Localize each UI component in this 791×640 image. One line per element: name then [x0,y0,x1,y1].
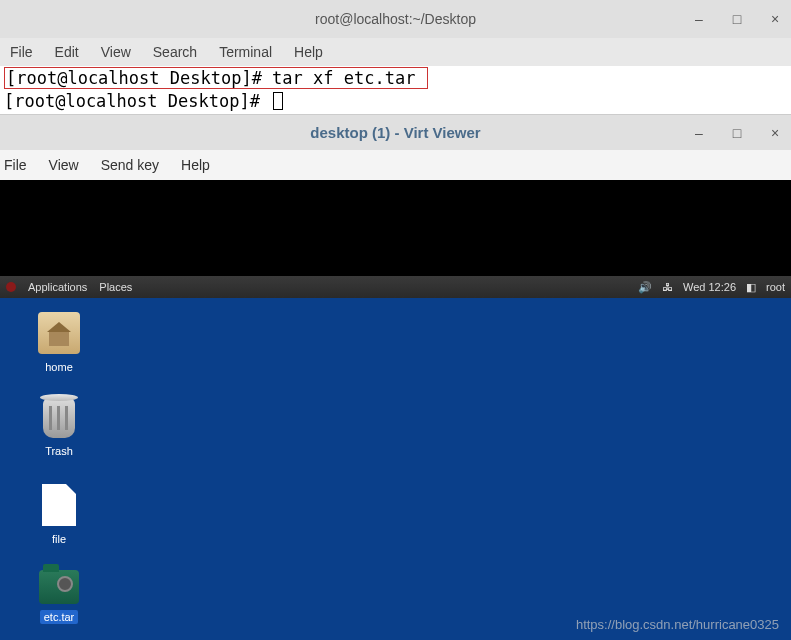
sound-icon[interactable]: 🔊 [638,281,652,294]
virtviewer-title-bar: desktop (1) - Virt Viewer – □ × [0,114,791,150]
virtviewer-menu-bar: File View Send key Help [0,150,791,180]
redhat-icon [6,282,16,292]
vm-black-area [0,180,791,276]
terminal-close-button[interactable]: × [767,11,783,27]
panel-applications[interactable]: Applications [28,281,87,293]
terminal-cursor [273,92,283,110]
virtviewer-menu-help[interactable]: Help [181,157,210,173]
trash-icon [43,398,75,438]
terminal-menu-view[interactable]: View [101,44,131,60]
user-icon: ◧ [746,281,756,294]
desktop-icon-home[interactable]: home [24,312,94,374]
terminal-menu-file[interactable]: File [10,44,33,60]
panel-user[interactable]: root [766,281,785,293]
terminal-menu-terminal[interactable]: Terminal [219,44,272,60]
term-line2-prompt: [root@localhost Desktop]# [4,91,270,111]
term-line1-prompt: [root@localhost Desktop]# [6,68,262,88]
terminal-title-bar: root@localhost:~/Desktop – □ × [0,0,791,38]
virtviewer-menu-view[interactable]: View [49,157,79,173]
terminal-title: root@localhost:~/Desktop [315,11,476,27]
terminal-minimize-button[interactable]: – [691,11,707,27]
desktop-icon-etctar[interactable]: etc.tar [24,570,94,624]
virtviewer-title: desktop (1) - Virt Viewer [310,124,480,141]
virtviewer-menu-sendkey[interactable]: Send key [101,157,159,173]
virtviewer-close-button[interactable]: × [767,125,783,141]
terminal-menu-search[interactable]: Search [153,44,197,60]
virtviewer-maximize-button[interactable]: □ [729,125,745,141]
home-label: home [41,360,77,374]
file-icon [42,484,76,526]
vm-desktop[interactable]: home Trash file etc.tar https://blog.csd… [0,298,791,640]
terminal-maximize-button[interactable]: □ [729,11,745,27]
network-icon[interactable]: 🖧 [662,281,673,293]
term-line1-cmd: tar xf etc.tar [262,68,426,88]
virtviewer-menu-file[interactable]: File [4,157,27,173]
terminal-menu-edit[interactable]: Edit [55,44,79,60]
gnome-panel: Applications Places 🔊 🖧 Wed 12:26 ◧ root [0,276,791,298]
desktop-icon-file[interactable]: file [24,484,94,546]
panel-places[interactable]: Places [99,281,132,293]
desktop-icon-trash[interactable]: Trash [24,398,94,458]
terminal-menu-help[interactable]: Help [294,44,323,60]
terminal-menu-bar: File Edit View Search Terminal Help [0,38,791,66]
terminal-body[interactable]: [root@localhost Desktop]# tar xf etc.tar… [0,66,791,114]
terminal-highlight: [root@localhost Desktop]# tar xf etc.tar [4,67,428,89]
archive-icon [39,570,79,604]
watermark: https://blog.csdn.net/hurricane0325 [576,617,779,632]
trash-label: Trash [41,444,77,458]
home-folder-icon [38,312,80,354]
file-label: file [48,532,70,546]
virtviewer-minimize-button[interactable]: – [691,125,707,141]
panel-clock[interactable]: Wed 12:26 [683,281,736,293]
etctar-label: etc.tar [40,610,79,624]
